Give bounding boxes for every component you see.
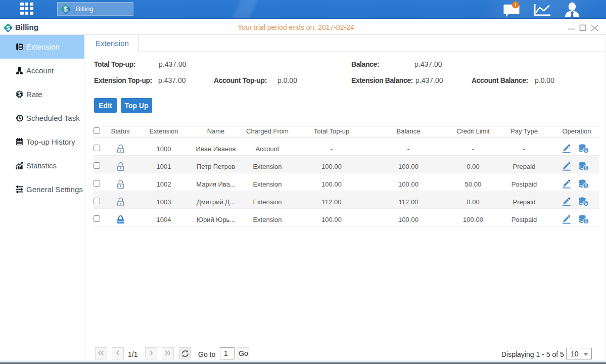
svg-text:$: $ [64, 5, 68, 13]
svg-text:$: $ [18, 92, 21, 97]
